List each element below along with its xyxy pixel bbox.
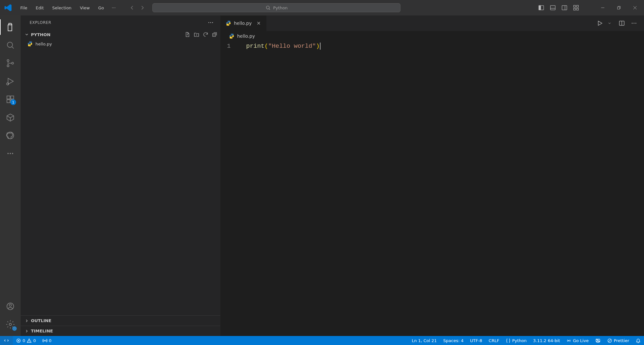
code-editor[interactable]: 1 print("Hello world") [220, 41, 644, 336]
window-close-icon[interactable] [629, 1, 641, 14]
activity-github[interactable] [3, 128, 18, 143]
tab-label: hello.py [234, 21, 252, 26]
svg-point-0 [266, 6, 269, 9]
outline-section[interactable]: OUTLINE [21, 315, 220, 326]
toggle-secondary-sidebar-icon[interactable] [560, 4, 569, 12]
activity-explorer[interactable] [3, 19, 18, 35]
svg-point-34 [212, 22, 213, 23]
svg-point-30 [9, 323, 12, 326]
token-string: "Hello world" [268, 43, 316, 50]
svg-point-48 [29, 341, 29, 342]
toggle-primary-sidebar-icon[interactable] [537, 4, 545, 12]
window-minimize-icon[interactable] [596, 1, 609, 14]
svg-point-42 [634, 23, 635, 24]
run-dropdown-icon[interactable] [605, 19, 614, 27]
file-item[interactable]: hello.py [21, 39, 220, 48]
nav-forward-icon[interactable] [139, 4, 146, 11]
activity-overflow[interactable] [3, 146, 18, 161]
menu-selection[interactable]: Selection [48, 4, 75, 12]
project-header[interactable]: PYTHON [21, 30, 220, 39]
nav-buttons [129, 4, 146, 11]
explorer-sidebar: EXPLORER PYTHON [21, 15, 220, 336]
new-folder-icon[interactable] [193, 31, 200, 38]
sidebar-header-more-icon[interactable] [207, 19, 214, 26]
go-live[interactable]: Go Live [563, 336, 592, 345]
sidebar-title: EXPLORER [30, 20, 51, 25]
activity-remote-explorer[interactable] [3, 110, 18, 125]
svg-point-15 [7, 42, 13, 47]
token-paren: ( [264, 43, 268, 50]
cursor-position[interactable]: Ln 1, Col 21 [409, 336, 440, 345]
block-icon [607, 338, 612, 343]
command-center-search[interactable]: Python [152, 3, 400, 12]
chevron-right-icon [24, 319, 29, 323]
prettier-status[interactable]: Prettier [604, 336, 632, 345]
customize-layout-icon[interactable] [572, 4, 580, 12]
menu-edit[interactable]: Edit [32, 4, 48, 12]
indentation[interactable]: Spaces: 4 [440, 336, 467, 345]
toggle-panel-icon[interactable] [549, 4, 557, 12]
warning-icon [27, 338, 32, 343]
language-mode[interactable]: Python [503, 336, 530, 345]
svg-rect-2 [539, 5, 541, 10]
svg-rect-21 [7, 100, 10, 103]
notifications[interactable] [632, 336, 644, 345]
broadcast-icon [566, 338, 571, 343]
editor-more-icon[interactable] [630, 19, 638, 27]
svg-line-55 [608, 339, 611, 342]
svg-point-25 [8, 153, 9, 154]
activity-run-debug[interactable] [3, 74, 18, 89]
status-bar: 0 0 0 Ln 1, Col 21 Spaces: 4 UTF-8 CRLF … [0, 336, 644, 345]
antenna-icon [43, 338, 47, 343]
window-maximize-icon[interactable] [612, 1, 625, 14]
breadcrumb[interactable]: hello.py [220, 31, 644, 41]
editor-area: hello.py [220, 15, 644, 336]
bell-icon [636, 338, 641, 343]
svg-point-18 [12, 62, 14, 64]
vscode-logo-icon [3, 4, 14, 12]
menu-file[interactable]: File [16, 4, 31, 12]
svg-rect-8 [577, 5, 579, 7]
token-function: print [246, 43, 264, 50]
new-file-icon[interactable] [184, 31, 191, 38]
tab-hello-py[interactable]: hello.py [220, 15, 267, 31]
error-count: 0 [23, 338, 25, 343]
svg-rect-10 [577, 8, 579, 10]
menu-bar: File Edit Selection View Go ··· [16, 4, 119, 12]
activity-source-control[interactable] [3, 55, 18, 71]
run-button[interactable] [596, 19, 604, 27]
svg-rect-12 [618, 7, 620, 9]
activity-search[interactable] [3, 37, 18, 53]
ports-indicator[interactable]: 0 [39, 336, 55, 345]
menu-overflow[interactable]: ··· [109, 4, 119, 12]
activity-extensions[interactable]: 1 [3, 92, 18, 107]
collapse-all-icon[interactable] [211, 31, 218, 38]
code-line[interactable]: 1 print("Hello world") [220, 42, 644, 50]
menu-go[interactable]: Go [94, 4, 108, 12]
split-editor-icon[interactable] [618, 19, 626, 27]
svg-rect-3 [551, 5, 555, 10]
svg-point-16 [7, 60, 9, 62]
title-bar: File Edit Selection View Go ··· Python [0, 0, 644, 15]
breadcrumb-label: hello.py [237, 34, 255, 39]
svg-point-50 [569, 340, 570, 341]
refresh-icon[interactable] [202, 31, 209, 38]
menu-view[interactable]: View [76, 4, 94, 12]
activity-accounts[interactable] [3, 299, 18, 314]
problems-indicator[interactable]: 0 0 [13, 336, 39, 345]
tab-close-icon[interactable] [256, 21, 261, 26]
copilot-status[interactable] [592, 336, 604, 345]
remote-indicator[interactable] [0, 336, 13, 345]
encoding[interactable]: UTF-8 [467, 336, 485, 345]
chevron-right-icon [24, 329, 29, 333]
outline-label: OUTLINE [31, 318, 51, 323]
svg-point-17 [7, 65, 9, 67]
nav-back-icon[interactable] [129, 4, 136, 11]
eol[interactable]: CRLF [485, 336, 503, 345]
warning-count: 0 [33, 338, 36, 343]
activity-settings[interactable] [3, 317, 18, 332]
token-paren: ) [316, 43, 320, 50]
python-interpreter[interactable]: 3.11.2 64-bit [530, 336, 563, 345]
go-live-label: Go Live [573, 338, 589, 343]
timeline-section[interactable]: TIMELINE [21, 326, 220, 336]
